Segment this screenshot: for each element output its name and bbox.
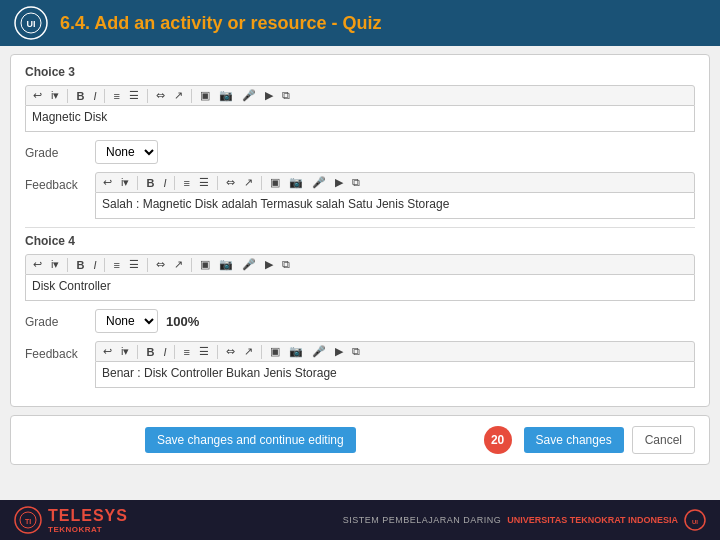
c4-italic-btn[interactable]: I — [90, 258, 99, 272]
fb3-sep2 — [174, 176, 175, 190]
fb3-ol-btn[interactable]: ☰ — [196, 175, 212, 190]
fb4-image-btn[interactable]: ▣ — [267, 344, 283, 359]
section-divider — [25, 227, 695, 228]
feedback4-text[interactable]: Benar : Disk Controller Bukan Jenis Stor… — [95, 362, 695, 388]
fb4-bold-btn[interactable]: B — [143, 345, 157, 359]
toolbar-audio-btn[interactable]: 🎤 — [239, 88, 259, 103]
choice4-feedback-editor: ↩ i▾ B I ≡ ☰ ⇔ ↗ ▣ 📷 🎤 ▶ ⧉ — [95, 341, 695, 388]
fb3-photo-btn[interactable]: 📷 — [286, 175, 306, 190]
toolbar-sep4 — [191, 89, 192, 103]
fb3-format-btn[interactable]: i▾ — [118, 175, 132, 190]
choice4-toolbar: ↩ i▾ B I ≡ ☰ ⇔ ↗ ▣ 📷 🎤 ▶ ⧉ — [25, 254, 695, 275]
toolbar-copy-btn[interactable]: ⧉ — [279, 88, 293, 103]
fb3-video-btn[interactable]: ▶ — [332, 175, 346, 190]
toolbar-image-btn[interactable]: ▣ — [197, 88, 213, 103]
c4-link-btn[interactable]: ⇔ — [153, 257, 168, 272]
fb3-audio-btn[interactable]: 🎤 — [309, 175, 329, 190]
toolbar-ol-btn[interactable]: ☰ — [126, 88, 142, 103]
choice3-text[interactable]: Magnetic Disk — [25, 106, 695, 132]
grade4-label: Grade — [25, 309, 95, 329]
c4-copy-btn[interactable]: ⧉ — [279, 257, 293, 272]
fb3-sep3 — [217, 176, 218, 190]
badge-number: 20 — [484, 426, 512, 454]
footer-system-info: SISTEM PEMBELAJARAN DARING UNIVERSITAS T… — [343, 509, 706, 531]
fb4-audio-btn[interactable]: 🎤 — [309, 344, 329, 359]
feedback3-toolbar: ↩ i▾ B I ≡ ☰ ⇔ ↗ ▣ 📷 🎤 ▶ ⧉ — [95, 172, 695, 193]
toolbar-photo-btn[interactable]: 📷 — [216, 88, 236, 103]
choice4-grade-content: None 100% — [95, 309, 695, 333]
fb3-sep1 — [137, 176, 138, 190]
c4-ol-btn[interactable]: ☰ — [126, 257, 142, 272]
c4-video-btn[interactable]: ▶ — [262, 257, 276, 272]
toolbar-sep3 — [147, 89, 148, 103]
fb3-copy-btn[interactable]: ⧉ — [349, 175, 363, 190]
feedback4-label: Feedback — [25, 341, 95, 361]
c4-undo-btn[interactable]: ↩ — [30, 257, 45, 272]
toolbar-bold-btn[interactable]: B — [73, 89, 87, 103]
choice3-grade-select[interactable]: None — [95, 140, 158, 164]
toolbar-ul-btn[interactable]: ≡ — [110, 89, 122, 103]
toolbar-unlink-btn[interactable]: ↗ — [171, 88, 186, 103]
c4-bold-btn[interactable]: B — [73, 258, 87, 272]
fb3-bold-btn[interactable]: B — [143, 176, 157, 190]
fb3-sep4 — [261, 176, 262, 190]
fb3-link-btn[interactable]: ⇔ — [223, 175, 238, 190]
title-prefix: 6.4. Add an activity or resource - — [60, 13, 342, 33]
fb3-ul-btn[interactable]: ≡ — [180, 176, 192, 190]
footer-system-label: SISTEM PEMBELAJARAN DARING — [343, 515, 502, 525]
fb4-format-btn[interactable]: i▾ — [118, 344, 132, 359]
toolbar-link-btn[interactable]: ⇔ — [153, 88, 168, 103]
c4-image-btn[interactable]: ▣ — [197, 257, 213, 272]
footer-brand-name: TELESYS — [48, 507, 128, 525]
choice4-grade-select[interactable]: None — [95, 309, 158, 333]
fb3-unlink-btn[interactable]: ↗ — [241, 175, 256, 190]
grade4-percent: 100% — [166, 314, 199, 329]
toolbar-sep1 — [67, 89, 68, 103]
toolbar-video-btn[interactable]: ▶ — [262, 88, 276, 103]
fb3-italic-btn[interactable]: I — [160, 176, 169, 190]
fb4-photo-btn[interactable]: 📷 — [286, 344, 306, 359]
action-buttons-card: Save changes and continue editing 20 Sav… — [10, 415, 710, 465]
fb3-image-btn[interactable]: ▣ — [267, 175, 283, 190]
c4-photo-btn[interactable]: 📷 — [216, 257, 236, 272]
main-content: Choice 3 ↩ i▾ B I ≡ ☰ ⇔ ↗ ▣ � — [0, 46, 720, 500]
c4-audio-btn[interactable]: 🎤 — [239, 257, 259, 272]
cancel-button[interactable]: Cancel — [632, 426, 695, 454]
fb4-link-btn[interactable]: ⇔ — [223, 344, 238, 359]
toolbar-undo-btn[interactable]: ↩ — [30, 88, 45, 103]
fb4-sep2 — [174, 345, 175, 359]
page-title: 6.4. Add an activity or resource - Quiz — [60, 13, 381, 34]
choice4-text[interactable]: Disk Controller — [25, 275, 695, 301]
save-continue-button[interactable]: Save changes and continue editing — [145, 427, 356, 453]
c4-sep1 — [67, 258, 68, 272]
choice4-editor: ↩ i▾ B I ≡ ☰ ⇔ ↗ ▣ 📷 🎤 ▶ ⧉ — [25, 254, 695, 301]
choice4-grade-row: Grade None 100% — [25, 309, 695, 333]
fb3-undo-btn[interactable]: ↩ — [100, 175, 115, 190]
c4-format-btn[interactable]: i▾ — [48, 257, 62, 272]
c4-unlink-btn[interactable]: ↗ — [171, 257, 186, 272]
fb4-copy-btn[interactable]: ⧉ — [349, 344, 363, 359]
fb4-undo-btn[interactable]: ↩ — [100, 344, 115, 359]
page-footer: TI TELESYS TEKNOKRAT SISTEM PEMBELAJARAN… — [0, 500, 720, 540]
toolbar-sep2 — [104, 89, 105, 103]
fb4-italic-btn[interactable]: I — [160, 345, 169, 359]
c4-ul-btn[interactable]: ≡ — [110, 258, 122, 272]
fb4-ol-btn[interactable]: ☰ — [196, 344, 212, 359]
fb4-video-btn[interactable]: ▶ — [332, 344, 346, 359]
fb4-sep1 — [137, 345, 138, 359]
title-highlight: Quiz — [342, 13, 381, 33]
fb4-unlink-btn[interactable]: ↗ — [241, 344, 256, 359]
svg-text:TI: TI — [25, 518, 31, 525]
toolbar-format-btn[interactable]: i▾ — [48, 88, 62, 103]
quiz-form-card: Choice 3 ↩ i▾ B I ≡ ☰ ⇔ ↗ ▣ � — [10, 54, 710, 407]
toolbar-italic-btn[interactable]: I — [90, 89, 99, 103]
choice3-grade-row: Grade None — [25, 140, 695, 164]
c4-sep2 — [104, 258, 105, 272]
feedback3-text[interactable]: Salah : Magnetic Disk adalah Termasuk sa… — [95, 193, 695, 219]
footer-logo-icon: TI — [14, 506, 42, 534]
fb4-ul-btn[interactable]: ≡ — [180, 345, 192, 359]
save-button[interactable]: Save changes — [524, 427, 624, 453]
footer-university-name: UNIVERSITAS TEKNOKRAT INDONESIA — [507, 515, 678, 525]
choice4-editor-row: ↩ i▾ B I ≡ ☰ ⇔ ↗ ▣ 📷 🎤 ▶ ⧉ — [25, 254, 695, 301]
fb4-sep4 — [261, 345, 262, 359]
